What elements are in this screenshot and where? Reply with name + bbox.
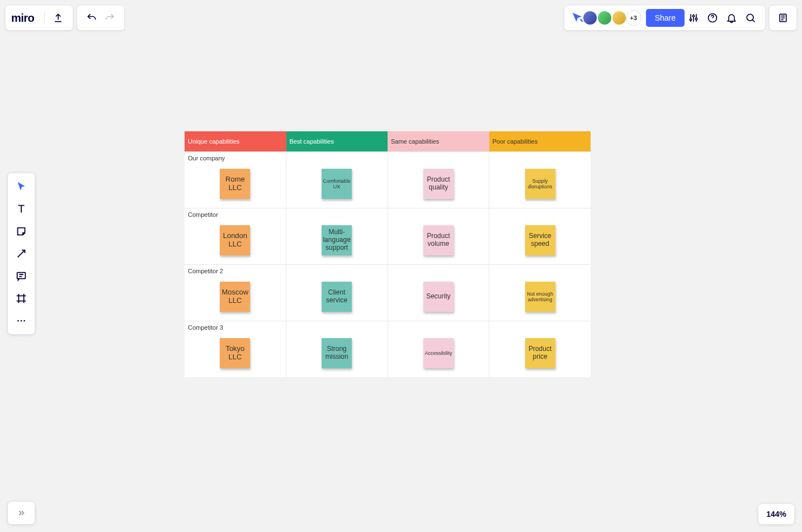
sticky-note[interactable]: Comfortable UX xyxy=(322,169,352,199)
collaborator-avatars: +3 xyxy=(586,10,641,26)
collab-toolbar: +3 Share xyxy=(564,6,765,30)
expand-panel-button[interactable] xyxy=(8,502,35,524)
capabilities-table[interactable]: Unique capabilities Best capabilities Sa… xyxy=(185,131,591,377)
divider xyxy=(44,11,45,25)
table-cell[interactable]: Product price xyxy=(489,321,591,377)
row-label-competitor-2[interactable]: Competitor 2 xyxy=(188,268,223,274)
header-same[interactable]: Same capabilities xyxy=(388,131,489,151)
help-icon xyxy=(707,12,718,23)
sticky-note[interactable]: London LLC xyxy=(220,225,250,255)
avatar-user-3[interactable] xyxy=(611,10,627,26)
sticky-note[interactable]: Multi-language support xyxy=(322,225,352,255)
table-cell[interactable]: Client service xyxy=(286,265,388,321)
sticky-note[interactable]: Moscow LLC xyxy=(220,282,250,312)
table-row: Our company Rome LLC Comfortable UX Prod… xyxy=(185,151,591,208)
text-icon xyxy=(15,203,27,215)
more-tools[interactable] xyxy=(11,311,31,331)
table-row: Competitor London LLC Multi-language sup… xyxy=(185,208,591,264)
sticky-note[interactable]: Accessibility xyxy=(423,338,454,368)
arrow-icon xyxy=(15,248,27,260)
text-tool[interactable] xyxy=(11,199,31,219)
upload-icon xyxy=(53,12,64,23)
panel-icon xyxy=(777,12,789,23)
sticky-note[interactable]: Product quality xyxy=(423,169,454,199)
sticky-note[interactable]: Tokyo LLC xyxy=(220,338,250,368)
sticky-note[interactable]: Not enough advertising xyxy=(525,282,555,312)
table-cell[interactable]: Product volume xyxy=(388,208,490,264)
notifications-button[interactable] xyxy=(723,9,740,27)
comment-icon xyxy=(15,270,27,282)
chevrons-right-icon xyxy=(16,508,26,518)
svg-point-4 xyxy=(17,320,19,322)
svg-point-6 xyxy=(23,320,25,322)
table-cell[interactable]: Service speed xyxy=(489,208,591,264)
comments-panel-button[interactable] xyxy=(770,6,796,30)
avatar-more[interactable]: +3 xyxy=(626,10,641,26)
table-cell[interactable]: Accessibility xyxy=(388,321,490,377)
table-cell[interactable]: Not enough advertising xyxy=(489,265,591,321)
table-cell[interactable]: Product quality xyxy=(388,152,490,208)
sticky-note[interactable]: Strong mission xyxy=(322,338,352,368)
sticky-note[interactable]: Security xyxy=(423,282,454,312)
row-label-competitor-3[interactable]: Competitor 3 xyxy=(188,324,223,331)
svg-rect-3 xyxy=(17,273,26,279)
sticky-note[interactable]: Service speed xyxy=(525,225,555,255)
avatar-user-2[interactable] xyxy=(597,10,612,26)
app-logo[interactable]: miro xyxy=(11,12,34,25)
sticky-note[interactable]: Rome LLC xyxy=(220,169,250,199)
sticky-note[interactable]: Supply disruptions xyxy=(525,169,555,199)
svg-point-1 xyxy=(747,14,753,21)
row-label-competitor[interactable]: Competitor xyxy=(188,211,218,218)
comment-tool[interactable] xyxy=(11,266,31,286)
avatar-user-1[interactable] xyxy=(582,10,598,26)
table-cell[interactable]: Multi-language support xyxy=(286,208,388,264)
undo-button[interactable] xyxy=(83,9,101,27)
cursor-icon xyxy=(15,180,27,193)
logo-export-group: miro xyxy=(6,6,73,30)
sticky-icon xyxy=(15,225,27,238)
table-cell[interactable]: Comfortable UX xyxy=(286,152,388,208)
table-cell[interactable]: Security xyxy=(388,265,490,321)
row-label-our-company[interactable]: Our company xyxy=(188,155,225,162)
arrow-tool[interactable] xyxy=(11,244,31,264)
settings-button[interactable] xyxy=(685,9,702,27)
svg-point-5 xyxy=(21,320,22,322)
redo-button[interactable] xyxy=(101,9,119,27)
undo-redo-group xyxy=(77,6,124,30)
select-tool[interactable] xyxy=(11,177,31,197)
header-unique[interactable]: Unique capabilities xyxy=(185,131,286,151)
table-row: Competitor 2 Moscow LLC Client service S… xyxy=(185,264,591,321)
frame-tool[interactable] xyxy=(11,288,31,308)
search-icon xyxy=(745,12,756,23)
table-cell[interactable]: Supply disruptions xyxy=(489,152,591,208)
header-best[interactable]: Best capabilities xyxy=(286,131,388,151)
share-button[interactable]: Share xyxy=(646,9,685,27)
table-header-row: Unique capabilities Best capabilities Sa… xyxy=(185,131,591,151)
bell-icon xyxy=(726,12,737,23)
sticky-tool[interactable] xyxy=(11,221,31,241)
tool-sidebar xyxy=(8,173,35,334)
search-button[interactable] xyxy=(742,9,759,27)
help-button[interactable] xyxy=(704,9,721,27)
zoom-level[interactable]: 144% xyxy=(758,504,794,524)
sticky-note[interactable]: Product price xyxy=(525,338,555,368)
svg-rect-2 xyxy=(780,14,786,21)
more-icon xyxy=(15,315,27,327)
table-cell[interactable]: Strong mission xyxy=(286,321,388,377)
header-poor[interactable]: Poor capabilities xyxy=(489,131,591,151)
undo-icon xyxy=(86,12,97,23)
redo-icon xyxy=(104,12,115,23)
sticky-note[interactable]: Product volume xyxy=(423,225,454,255)
export-button[interactable] xyxy=(49,9,67,27)
sliders-icon xyxy=(688,12,699,23)
sticky-note[interactable]: Client service xyxy=(322,282,352,312)
frame-icon xyxy=(15,292,27,305)
table-row: Competitor 3 Tokyo LLC Strong mission Ac… xyxy=(185,321,591,377)
